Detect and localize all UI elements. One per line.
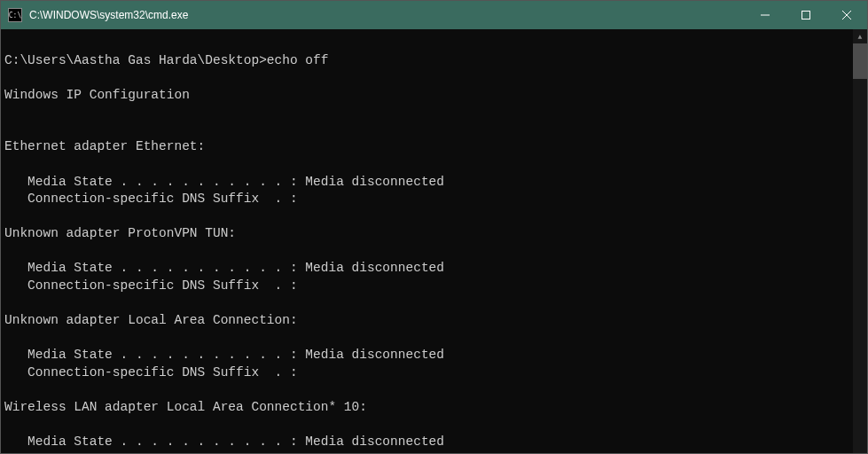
svg-rect-1 <box>802 12 810 20</box>
window-titlebar[interactable]: C:\ C:\WINDOWS\system32\cmd.exe <box>1 1 867 29</box>
minimize-icon <box>761 11 770 20</box>
scroll-up-arrow-icon[interactable]: ▲ <box>853 29 867 43</box>
window-controls <box>745 1 867 29</box>
terminal-area[interactable]: C:\Users\Aastha Gas Harda\Desktop>echo o… <box>1 29 867 453</box>
close-button[interactable] <box>826 1 867 29</box>
app-icon: C:\ <box>8 8 22 22</box>
close-icon <box>842 11 851 20</box>
maximize-icon <box>802 11 810 20</box>
maximize-button[interactable] <box>786 1 826 29</box>
vertical-scrollbar[interactable]: ▲ <box>853 29 867 453</box>
scroll-thumb[interactable] <box>853 43 867 79</box>
minimize-button[interactable] <box>745 1 786 29</box>
window-title: C:\WINDOWS\system32\cmd.exe <box>29 9 745 21</box>
terminal-output[interactable]: C:\Users\Aastha Gas Harda\Desktop>echo o… <box>1 29 853 453</box>
